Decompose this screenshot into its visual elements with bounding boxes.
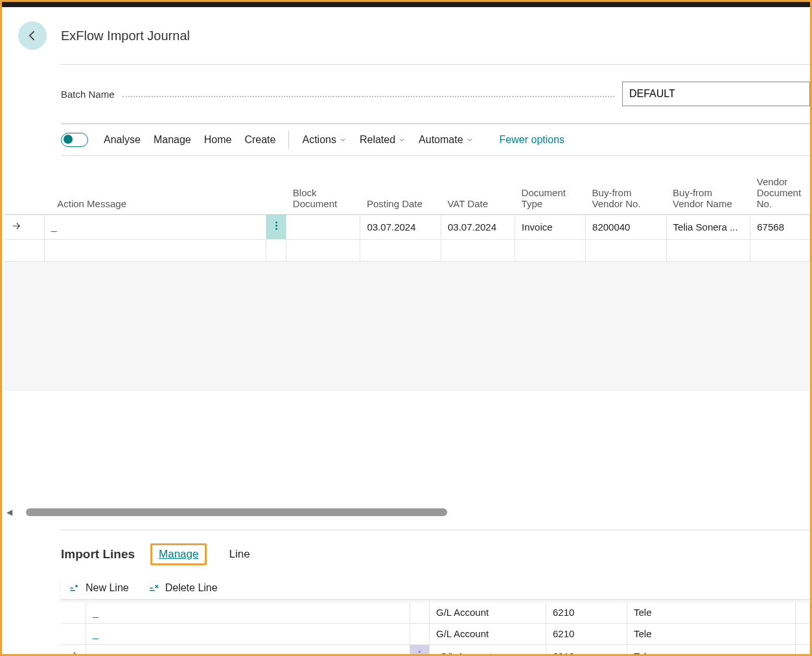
- cell-vendor-no[interactable]: 8200040: [586, 214, 667, 239]
- scroll-left-icon[interactable]: ◀: [6, 508, 16, 517]
- chevron-down-icon: [339, 136, 347, 144]
- row-select-arrow[interactable]: [4, 214, 44, 239]
- chevron-down-icon: [398, 136, 406, 144]
- documents-table: Action Message Block Document Posting Da…: [4, 163, 810, 262]
- line-no[interactable]: 6210: [546, 623, 627, 644]
- col-vat-date[interactable]: VAT Date: [441, 163, 515, 214]
- line-desc[interactable]: Tele: [627, 602, 796, 624]
- actions-label: Actions: [302, 134, 336, 146]
- arrow-left-icon: [26, 29, 39, 42]
- manage-button[interactable]: Manage: [147, 131, 198, 148]
- line-row-selected[interactable]: _ G/L Account 6210 Tele: [61, 644, 810, 656]
- line-menu-button[interactable]: [410, 644, 430, 656]
- automate-menu[interactable]: Automate: [412, 131, 480, 148]
- line-type[interactable]: G/L Account: [430, 602, 546, 624]
- col-action-message[interactable]: Action Message: [44, 163, 266, 214]
- related-label: Related: [360, 134, 395, 146]
- automate-label: Automate: [419, 134, 463, 146]
- tab-manage[interactable]: Manage: [150, 543, 207, 565]
- line-row[interactable]: _ G/L Account 6210 Tele: [61, 623, 810, 644]
- col-block-document[interactable]: Block Document: [286, 163, 360, 214]
- line-mark[interactable]: _: [86, 644, 410, 656]
- import-lines-table: _ G/L Account 6210 Tele _ G/L Account 62…: [61, 602, 810, 657]
- import-lines-title: Import Lines: [61, 547, 135, 561]
- cell-document-type[interactable]: Invoice: [515, 214, 586, 239]
- col-vendor-doc-no[interactable]: Vendor Document No.: [750, 163, 810, 214]
- cell-posting-date[interactable]: 03.07.2024: [360, 214, 441, 239]
- delete-line-label: Delete Line: [165, 582, 218, 594]
- cell-vendor-name[interactable]: Telia Sonera ...: [666, 214, 750, 239]
- line-no[interactable]: 6210: [546, 644, 627, 656]
- col-posting-date[interactable]: Posting Date: [360, 163, 441, 214]
- cell-vendor-doc-no[interactable]: 67568: [750, 214, 810, 239]
- line-mark[interactable]: _: [86, 602, 410, 624]
- col-document-type[interactable]: Document Type: [515, 163, 586, 214]
- dotted-leader: [122, 91, 614, 97]
- row-select-arrow[interactable]: [61, 644, 86, 656]
- cell-action-message[interactable]: _: [44, 214, 266, 239]
- line-type[interactable]: G/L Account: [430, 644, 546, 656]
- new-line-label: New Line: [86, 582, 129, 594]
- home-button[interactable]: Home: [198, 131, 238, 148]
- actions-menu[interactable]: Actions: [296, 131, 353, 148]
- line-desc[interactable]: Tele: [627, 644, 796, 656]
- cell-block-document[interactable]: [286, 214, 360, 239]
- line-type[interactable]: G/L Account: [430, 623, 546, 644]
- create-button[interactable]: Create: [238, 131, 282, 148]
- line-desc[interactable]: Tele: [627, 623, 796, 644]
- tab-line[interactable]: Line: [222, 545, 256, 563]
- chevron-down-icon: [466, 136, 474, 144]
- page-title: ExFlow Import Journal: [61, 28, 190, 43]
- fewer-options-link[interactable]: Fewer options: [493, 131, 572, 148]
- related-menu[interactable]: Related: [353, 131, 412, 148]
- new-line-icon: [69, 582, 80, 594]
- back-button[interactable]: [18, 21, 47, 50]
- cell-vat-date[interactable]: 03.07.2024: [441, 214, 515, 239]
- line-no[interactable]: 6210: [546, 602, 627, 624]
- batch-name-input[interactable]: [622, 82, 810, 106]
- batch-name-label: Batch Name: [61, 89, 115, 100]
- line-mark[interactable]: _: [86, 623, 410, 644]
- main-scrollbar[interactable]: ◀: [6, 508, 810, 517]
- col-vendor-no[interactable]: Buy-from Vendor No.: [586, 163, 667, 214]
- analyse-button[interactable]: Analyse: [97, 131, 147, 148]
- row-menu-button[interactable]: [266, 214, 286, 239]
- delete-line-icon: [148, 582, 160, 594]
- empty-row: [4, 239, 810, 261]
- new-line-button[interactable]: New Line: [69, 582, 129, 594]
- delete-line-button[interactable]: Delete Line: [148, 582, 218, 594]
- analyse-toggle[interactable]: [61, 133, 88, 147]
- col-vendor-name[interactable]: Buy-from Vendor Name: [666, 163, 750, 214]
- document-row[interactable]: _ 03.07.2024 03.07.2024 Invoice 8200040 …: [4, 214, 810, 239]
- line-row[interactable]: _ G/L Account 6210 Tele: [61, 602, 810, 624]
